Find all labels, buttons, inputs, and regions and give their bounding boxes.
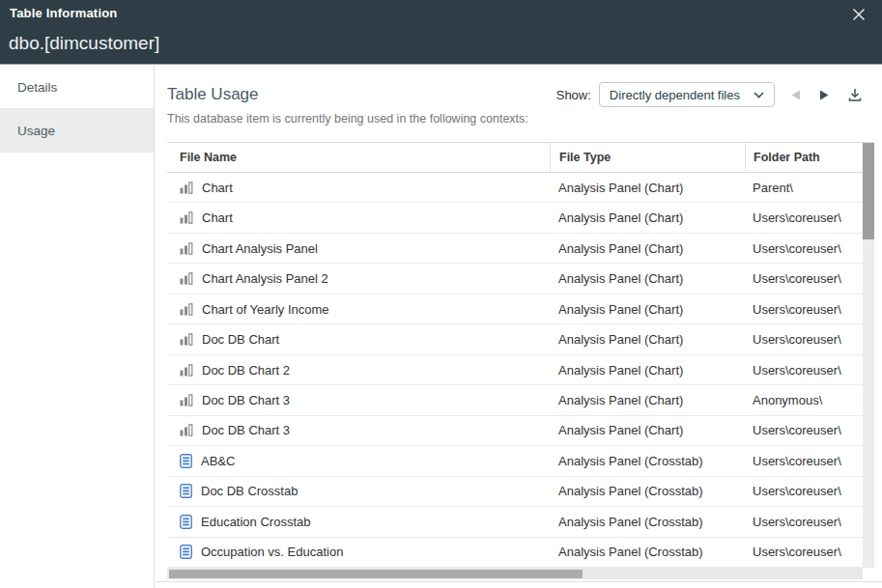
file-name: Chart xyxy=(202,181,233,195)
table-body: Chart Analysis Panel (Chart) Parent\ xyxy=(167,173,863,568)
horizontal-scrollbar[interactable] xyxy=(167,568,863,579)
usage-panel: Table Usage Show: Directly dependent fil… xyxy=(156,66,882,588)
table-row[interactable]: Chart Analysis Panel (Chart) Parent\ xyxy=(167,173,863,203)
chevron-down-icon xyxy=(754,92,764,98)
folder-path: Users\coreuser\ xyxy=(745,271,863,286)
arrow-right-icon xyxy=(819,90,829,100)
folder-path: Users\coreuser\ xyxy=(745,454,863,468)
file-name: Doc DB Chart 3 xyxy=(202,423,290,437)
table-row[interactable]: Doc DB Chart Analysis Panel (Chart) User… xyxy=(167,324,863,354)
table-row[interactable]: AB&C Analysis Panel (Crosstab) Users\cor… xyxy=(167,446,863,476)
file-name: Chart Analysis Panel 2 xyxy=(202,271,328,286)
document-icon xyxy=(180,515,192,529)
file-name: Doc DB Chart 3 xyxy=(202,393,290,407)
file-type: Analysis Panel (Crosstab) xyxy=(550,484,745,498)
sidebar: Details Usage xyxy=(0,66,155,588)
file-type: Analysis Panel (Chart) xyxy=(550,210,745,225)
folder-path: Users\coreuser\ xyxy=(745,241,863,256)
table-header-row: File Name File Type Folder Path xyxy=(167,142,874,173)
close-button[interactable] xyxy=(851,7,867,22)
chart-icon xyxy=(180,394,193,406)
dialog-title: Table Information xyxy=(10,6,118,20)
table-row[interactable]: Chart of Yearly Income Analysis Panel (C… xyxy=(167,294,863,324)
show-label: Show: xyxy=(556,88,591,102)
folder-path: Users\coreuser\ xyxy=(745,423,863,437)
folder-path: Anonymous\ xyxy=(745,393,863,407)
file-type: Analysis Panel (Crosstab) xyxy=(550,545,745,559)
file-name: Chart Analysis Panel xyxy=(202,241,318,256)
download-icon xyxy=(847,88,863,102)
vertical-scrollbar[interactable] xyxy=(863,143,874,568)
folder-path: Users\coreuser\ xyxy=(745,332,863,347)
sidebar-item-details[interactable]: Details xyxy=(0,66,154,109)
document-icon xyxy=(180,545,192,559)
folder-path: Users\coreuser\ xyxy=(745,515,863,529)
arrow-left-icon xyxy=(791,90,801,100)
file-name: Doc DB Chart 2 xyxy=(202,363,290,378)
usage-description: This database item is currently being us… xyxy=(167,112,528,126)
file-type: Analysis Panel (Chart) xyxy=(550,393,745,407)
bottom-divider xyxy=(156,581,882,582)
file-type: Analysis Panel (Crosstab) xyxy=(550,515,745,529)
page-title: Table Usage xyxy=(167,85,259,104)
folder-path: Users\coreuser\ xyxy=(745,545,863,559)
table-information-dialog: Table Information dbo.[dimcustomer] Deta… xyxy=(0,0,882,588)
table-row[interactable]: Doc DB Chart 2 Analysis Panel (Chart) Us… xyxy=(167,355,863,385)
file-name: Education Crosstab xyxy=(201,515,310,529)
column-header-folder-path: Folder Path xyxy=(745,143,863,172)
file-name: Doc DB Chart xyxy=(202,332,279,347)
dialog-header: Table Information dbo.[dimcustomer] xyxy=(0,0,882,65)
chart-icon xyxy=(180,424,193,436)
chart-icon xyxy=(180,242,193,255)
file-type: Analysis Panel (Crosstab) xyxy=(550,454,745,468)
folder-path: Users\coreuser\ xyxy=(745,363,863,378)
table-row[interactable]: Chart Analysis Panel Analysis Panel (Cha… xyxy=(167,234,863,264)
table-row[interactable]: Chart Analysis Panel 2 Analysis Panel (C… xyxy=(167,264,863,294)
file-type: Analysis Panel (Chart) xyxy=(550,423,745,437)
close-icon xyxy=(851,9,867,25)
folder-path: Parent\ xyxy=(745,181,863,195)
table-row[interactable]: Doc DB Chart 3 Analysis Panel (Chart) Us… xyxy=(167,416,863,446)
file-name: Chart xyxy=(202,210,233,225)
usage-toolbar: Table Usage Show: Directly dependent fil… xyxy=(167,81,865,108)
table-row[interactable]: Doc DB Crosstab Analysis Panel (Crosstab… xyxy=(167,477,863,507)
document-icon xyxy=(180,484,192,498)
chart-icon xyxy=(180,182,193,194)
file-type: Analysis Panel (Chart) xyxy=(550,271,745,286)
chart-icon xyxy=(180,211,193,224)
previous-page-button[interactable] xyxy=(786,85,806,104)
download-button[interactable] xyxy=(845,85,865,104)
chart-icon xyxy=(180,364,193,377)
sidebar-item-usage[interactable]: Usage xyxy=(0,109,154,153)
usage-table: File Name File Type Folder Path xyxy=(167,142,874,579)
show-dropdown-value: Directly dependent files xyxy=(610,88,740,102)
sidebar-item-label: Usage xyxy=(17,124,55,138)
file-type: Analysis Panel (Chart) xyxy=(550,181,745,195)
folder-path: Users\coreuser\ xyxy=(745,484,863,498)
folder-path: Users\coreuser\ xyxy=(745,210,863,225)
file-name: Occupation vs. Education xyxy=(201,545,343,559)
vertical-scrollbar-thumb[interactable] xyxy=(863,143,874,239)
sidebar-item-label: Details xyxy=(17,80,57,95)
show-dropdown[interactable]: Directly dependent files xyxy=(599,82,775,107)
folder-path: Users\coreuser\ xyxy=(745,302,863,317)
column-header-file-type: File Type xyxy=(550,143,745,172)
chart-icon xyxy=(180,333,193,346)
file-type: Analysis Panel (Chart) xyxy=(550,332,745,347)
chart-icon xyxy=(180,272,193,285)
table-row[interactable]: Doc DB Chart 3 Analysis Panel (Chart) An… xyxy=(167,385,863,415)
column-header-file-name: File Name xyxy=(167,143,550,172)
horizontal-scrollbar-thumb[interactable] xyxy=(169,570,583,578)
document-icon xyxy=(180,454,192,468)
next-page-button[interactable] xyxy=(814,85,834,104)
table-row[interactable]: Education Crosstab Analysis Panel (Cross… xyxy=(167,507,863,537)
file-name: AB&C xyxy=(201,454,235,468)
file-type: Analysis Panel (Chart) xyxy=(550,302,745,317)
dialog-body: Details Usage Table Usage Show: Directly… xyxy=(0,66,882,588)
chart-icon xyxy=(180,303,193,316)
file-type: Analysis Panel (Chart) xyxy=(550,363,745,378)
table-row[interactable]: Chart Analysis Panel (Chart) Users\coreu… xyxy=(167,203,863,233)
file-type: Analysis Panel (Chart) xyxy=(550,241,745,256)
scrollbar-corner xyxy=(863,568,874,579)
table-row[interactable]: Occupation vs. Education Analysis Panel … xyxy=(167,538,863,568)
